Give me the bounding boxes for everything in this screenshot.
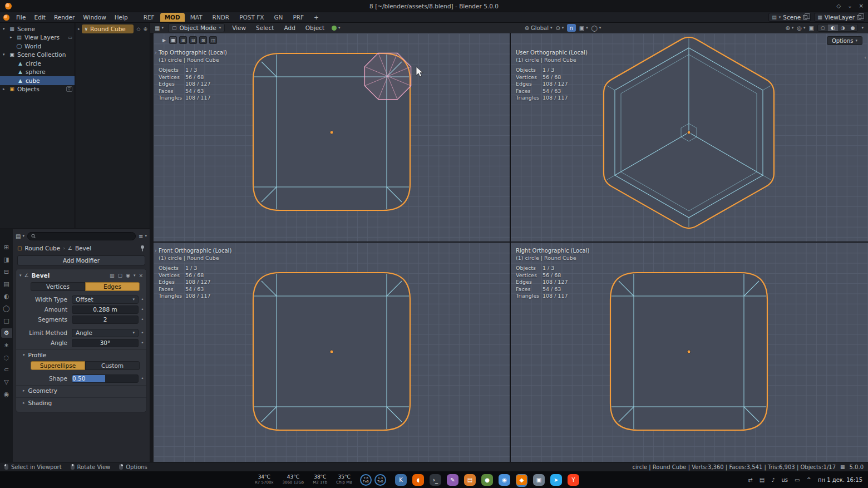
- window-close-button[interactable]: ×: [859, 3, 864, 9]
- limit-method-dropdown[interactable]: Angle ▾: [72, 329, 139, 337]
- select-mode-intersect-icon[interactable]: ◫: [209, 36, 217, 44]
- snap-toggle[interactable]: ∩: [567, 24, 575, 32]
- office-icon[interactable]: ▤: [464, 474, 476, 486]
- modifier-extras-menu[interactable]: ▾: [134, 273, 136, 278]
- pivot-point-dropdown[interactable]: ⊙ ▾: [555, 25, 564, 31]
- workspace-tab-prf[interactable]: PRF: [288, 13, 308, 22]
- scene-tab-icon[interactable]: ◐: [1, 292, 12, 301]
- breadcrumb-object[interactable]: Round Cube: [25, 245, 61, 252]
- transform-orientation-dropdown[interactable]: ⊕ Global ▾: [525, 25, 553, 31]
- stack-item-round-cube[interactable]: ∨ Round Cube: [82, 24, 134, 33]
- add-modifier-button[interactable]: Add Modifier: [17, 255, 145, 265]
- breadcrumb-modifier[interactable]: Bevel: [75, 245, 91, 252]
- world-tab-icon[interactable]: ◯: [1, 304, 12, 313]
- menu-help[interactable]: Help: [111, 13, 132, 21]
- overlays-dropdown[interactable]: ◎ ▾: [797, 25, 805, 31]
- expand-caret-icon[interactable]: ▾: [3, 27, 8, 31]
- window-maximize-button[interactable]: ◇: [837, 3, 841, 9]
- editor-type-button[interactable]: ▦ ▾: [155, 25, 164, 31]
- rendered-shading-icon[interactable]: ●: [848, 24, 858, 31]
- sidebar-expand-icon[interactable]: ‹: [864, 55, 866, 60]
- viewport-top-ortho[interactable]: › Top Orthographic (Local) (1) circle | …: [154, 33, 510, 241]
- profile-subpanel-header[interactable]: ▾ Profile: [16, 349, 146, 360]
- show-gizmo-dropdown[interactable]: ⊕ ▾: [785, 25, 793, 31]
- particles-tab-icon[interactable]: ∗: [1, 341, 12, 350]
- toolbar-expand-icon[interactable]: ›: [155, 248, 157, 253]
- render-tab-icon[interactable]: ◨: [1, 255, 12, 264]
- new-scene-icon[interactable]: [803, 15, 807, 19]
- outliner-row-scene[interactable]: ▾ ▦ Scene: [0, 24, 75, 33]
- select-mode-new-icon[interactable]: ▦: [169, 36, 177, 44]
- viewport-menu-view[interactable]: View: [229, 24, 249, 32]
- menu-render[interactable]: Render: [50, 13, 78, 21]
- shape-slider[interactable]: 0.50: [72, 374, 139, 383]
- realtime-display-toggle[interactable]: ▢: [118, 273, 123, 278]
- outliner-row-scene-collection[interactable]: ▾ ▣ Scene Collection: [0, 51, 75, 60]
- outliner-row-circle[interactable]: ▲ circle: [0, 59, 75, 68]
- scene-selector[interactable]: ▤ ▾ Scene: [768, 13, 811, 22]
- menu-edit[interactable]: Edit: [31, 13, 50, 21]
- clipboard-icon[interactable]: ▤: [760, 477, 765, 483]
- xray-toggle[interactable]: ▣: [809, 25, 814, 31]
- workspace-tab-mat[interactable]: MAT: [186, 13, 207, 22]
- yandex-browser-icon[interactable]: Y: [568, 474, 579, 486]
- active-tool-button[interactable]: ▾: [332, 26, 341, 31]
- outliner-row-view-layers[interactable]: ▸ ▤ View Layers ▭: [0, 33, 75, 42]
- workspace-tab-ref[interactable]: REF: [139, 13, 159, 22]
- expand-caret-icon[interactable]: ▸: [3, 87, 8, 91]
- affect-edges-button[interactable]: Edges: [85, 282, 140, 291]
- select-mode-subtract-icon[interactable]: ⊟: [189, 36, 197, 44]
- expand-caret-icon[interactable]: ▸: [10, 35, 16, 40]
- files-icon[interactable]: ▣: [533, 474, 545, 486]
- viewlayer-selector[interactable]: ▦ ViewLayer: [814, 13, 865, 22]
- app-icon-blue[interactable]: K: [395, 474, 407, 486]
- sync-icon[interactable]: ◇: [137, 26, 141, 32]
- select-mode-extend-icon[interactable]: ⊞: [179, 36, 187, 44]
- crosshair-icon[interactable]: ⊕: [143, 26, 147, 32]
- animate-dot-icon[interactable]: •: [139, 376, 146, 381]
- expand-caret-icon[interactable]: ▾: [3, 52, 8, 57]
- snap-with-dropdown[interactable]: ▣ ▾: [579, 25, 588, 31]
- outliner-row-world[interactable]: ◯ World: [0, 42, 75, 51]
- shading-subpanel-header[interactable]: ▸ Shading: [16, 397, 146, 408]
- mode-dropdown[interactable]: ▢ Object Mode ▾: [168, 23, 225, 32]
- affect-vertices-button[interactable]: Vertices: [31, 282, 85, 291]
- shading-dropdown-icon[interactable]: ▾: [861, 26, 864, 30]
- properties-search-box[interactable]: [27, 232, 136, 240]
- blender-app-icon[interactable]: ◆: [516, 474, 527, 486]
- terminal-icon[interactable]: ›_: [430, 474, 441, 486]
- properties-editor-type-button[interactable]: ▤ ▾: [16, 233, 24, 239]
- physics-tab-icon[interactable]: ◌: [1, 353, 12, 362]
- scene-browse-icon[interactable]: ▤: [772, 14, 777, 20]
- volume-icon[interactable]: ♪: [771, 477, 775, 483]
- window-minimize-button[interactable]: ⌄: [847, 3, 852, 9]
- material-tab-icon[interactable]: ◉: [1, 390, 12, 399]
- modifiers-wrench-tab-icon[interactable]: ⚙: [1, 328, 12, 338]
- modifier-close-button[interactable]: ×: [139, 273, 143, 278]
- tool-header-expand-icon[interactable]: ▶: [162, 38, 166, 43]
- wireframe-shading-icon[interactable]: ○: [818, 24, 828, 31]
- keyboard-layout[interactable]: us: [782, 477, 788, 483]
- display-icon[interactable]: ▭: [795, 477, 800, 483]
- tray-expander-icon[interactable]: ^: [807, 477, 811, 483]
- collapse-caret-icon[interactable]: ▾: [19, 273, 22, 278]
- object-tab-icon[interactable]: □: [1, 316, 12, 326]
- viewport-user-ortho[interactable]: ‹ User Orthographic (Local) (1) circle |…: [511, 33, 868, 241]
- telegram-icon[interactable]: ➤: [550, 474, 562, 486]
- proportional-editing-dropdown[interactable]: ◯ ▾: [591, 25, 601, 31]
- workspace-add-tab[interactable]: +: [309, 13, 323, 22]
- geometry-subpanel-header[interactable]: ▸ Geometry: [16, 385, 146, 396]
- animate-dot-icon[interactable]: •: [139, 297, 146, 302]
- krita-icon[interactable]: ✎: [447, 474, 458, 486]
- filter-badge-icon[interactable]: ▽: [66, 86, 72, 92]
- outliner-row-cube[interactable]: ▲ cube: [0, 76, 75, 85]
- object-data-tab-icon[interactable]: ▽: [1, 377, 12, 387]
- pin-icon[interactable]: [140, 245, 145, 252]
- workspace-tab-rndr[interactable]: RNDR: [208, 13, 234, 22]
- render-display-toggle[interactable]: ◉: [126, 273, 130, 278]
- amount-field[interactable]: 0.288 m: [72, 305, 139, 314]
- tool-tab-icon[interactable]: ⊞: [1, 243, 12, 252]
- viewport-menu-select[interactable]: Select: [253, 24, 277, 32]
- expand-caret-icon[interactable]: ▸: [78, 27, 80, 31]
- segments-field[interactable]: 2: [72, 316, 139, 324]
